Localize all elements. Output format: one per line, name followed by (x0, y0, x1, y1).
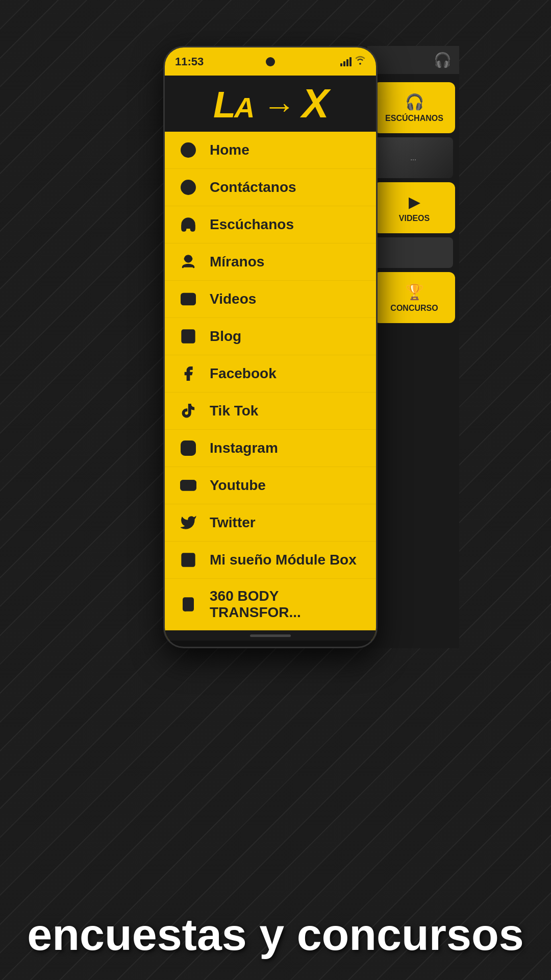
wifi-icon (355, 56, 366, 67)
contact-icon (179, 178, 197, 197)
menu-label-facebook: Facebook (210, 365, 277, 382)
app-content-peek: 🎧 🎧 ESCÚCHANOS ... ▶ VIDEOS 🏆 CONCURSO (367, 46, 459, 648)
menu-item-instagram[interactable]: Instagram (165, 430, 376, 467)
modulebox-icon (179, 551, 197, 569)
menu-label-twitter: Twitter (210, 514, 256, 531)
youtube-icon (179, 476, 197, 495)
menu-item-blog[interactable]: Blog (165, 318, 376, 355)
menu-label-listen: Escúchanos (210, 216, 294, 233)
menu-item-home[interactable]: Home (165, 132, 376, 169)
bottom-caption: encuestas y concursos (0, 910, 551, 960)
menu-item-twitter[interactable]: Twitter (165, 504, 376, 542)
caption-text: encuestas y concursos (27, 909, 523, 960)
menu-item-listen[interactable]: Escúchanos (165, 206, 376, 243)
instagram-icon (179, 439, 197, 457)
logo-x: X (302, 81, 328, 126)
peek-content-card: ... (373, 137, 453, 178)
status-bar: 11:53 (165, 47, 376, 76)
menu-label-modulebox: Mi sueño Módule Box (210, 552, 357, 568)
listen-icon (179, 215, 197, 234)
menu-label-home: Home (210, 142, 249, 158)
svg-point-24 (185, 609, 187, 611)
peek-escuchanos-button[interactable]: 🎧 ESCÚCHANOS (373, 82, 455, 133)
menu-item-watch[interactable]: Míranos (165, 243, 376, 281)
videos-icon (179, 290, 197, 308)
menu-label-instagram: Instagram (210, 440, 278, 456)
headphones-small-icon: 🎧 (405, 93, 424, 111)
signal-icon (340, 57, 352, 66)
peek-top-bar: 🎧 (367, 46, 459, 74)
tiktok-icon (179, 402, 197, 420)
menu-label-body360: 360 BODY TRANSFOR... (210, 588, 362, 621)
body360-icon (179, 595, 197, 614)
signal-bar-3 (346, 59, 348, 66)
peek-content-text: ... (410, 154, 416, 162)
blog-icon (179, 327, 197, 346)
camera-dot (266, 57, 275, 66)
navigation-menu: Home Contáctanos (165, 132, 376, 641)
app-logo: LA → X (213, 80, 328, 127)
logo-la: LA (213, 84, 253, 125)
svg-point-13 (191, 444, 193, 445)
facebook-icon (179, 364, 197, 383)
home-icon (179, 141, 197, 159)
status-icons (340, 56, 366, 67)
menu-item-videos[interactable]: Videos (165, 281, 376, 318)
menu-item-contact[interactable]: Contáctanos (165, 169, 376, 206)
twitter-icon (179, 513, 197, 532)
menu-item-body360[interactable]: 360 BODY TRANSFOR... (165, 579, 376, 630)
peek-videos-label: VIDEOS (399, 214, 430, 223)
svg-point-10 (190, 333, 191, 334)
menu-label-videos: Videos (210, 291, 256, 307)
logo-header: LA → X (165, 76, 376, 132)
signal-bar-2 (343, 61, 345, 66)
menu-label-tiktok: Tik Tok (210, 403, 258, 419)
peek-concurso-label: CONCURSO (390, 304, 438, 313)
status-time: 11:53 (175, 55, 204, 68)
menu-label-blog: Blog (210, 328, 241, 345)
play-icon: ▶ (409, 193, 420, 211)
logo-arrow: → (262, 88, 293, 125)
menu-item-facebook[interactable]: Facebook (165, 355, 376, 393)
menu-label-watch: Míranos (210, 254, 264, 270)
phone-device: 11:53 LA → X (163, 46, 378, 648)
menu-item-youtube[interactable]: Youtube (165, 467, 376, 504)
peek-spacer (373, 237, 453, 268)
svg-point-12 (185, 445, 191, 451)
peek-videos-button[interactable]: ▶ VIDEOS (373, 182, 455, 233)
menu-item-tiktok[interactable]: Tik Tok (165, 393, 376, 430)
signal-bar-1 (340, 63, 342, 66)
peek-concurso-button[interactable]: 🏆 CONCURSO (373, 272, 455, 323)
trophy-icon: 🏆 (405, 283, 424, 301)
headphones-icon: 🎧 (434, 52, 452, 68)
watch-icon (179, 253, 197, 271)
peek-escuchanos-label: ESCÚCHANOS (385, 114, 443, 123)
peek-buttons-area: 🎧 ESCÚCHANOS ... ▶ VIDEOS 🏆 CONCURSO (367, 74, 459, 331)
menu-label-youtube: Youtube (210, 477, 266, 494)
menu-label-contact: Contáctanos (210, 179, 296, 195)
svg-point-6 (187, 258, 189, 260)
menu-item-modulebox[interactable]: Mi sueño Módule Box (165, 542, 376, 579)
signal-bar-4 (349, 57, 352, 66)
scroll-pill (250, 634, 291, 637)
scroll-indicator (165, 630, 376, 641)
